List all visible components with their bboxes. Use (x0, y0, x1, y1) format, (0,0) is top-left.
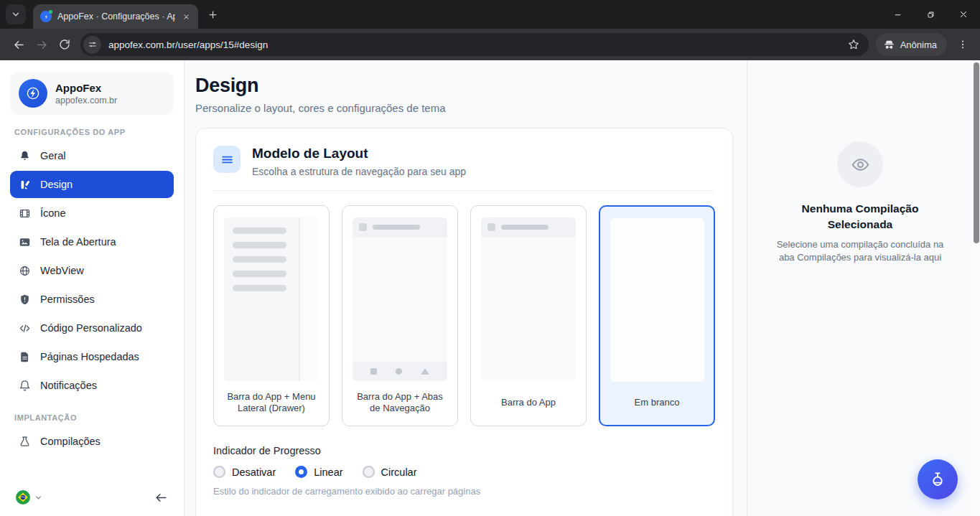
chevron-down-icon (11, 9, 21, 19)
kebab-menu-icon (957, 39, 969, 50)
divider (213, 190, 715, 191)
build-fab-button[interactable] (918, 459, 958, 499)
tune-icon (88, 39, 98, 50)
sidebar-item-compilacoes[interactable]: Compilações (10, 428, 174, 455)
section-subtitle: Escolha a estrutura de navegação para se… (252, 166, 466, 177)
hamburger-menu-icon (213, 146, 241, 173)
sidebar-item-label: Geral (40, 150, 65, 161)
url-bar[interactable]: appofex.com.br/user/apps/15#design (80, 33, 869, 56)
radio-label: Desativar (232, 466, 276, 478)
radio-desativar[interactable]: Desativar (213, 466, 276, 478)
app-name: AppoFex (55, 82, 117, 94)
brazil-flag-icon (16, 490, 30, 505)
bell-outline-icon (18, 380, 31, 392)
appbar-layout-preview (481, 217, 576, 381)
forward-button[interactable] (30, 33, 53, 56)
reload-button[interactable] (53, 33, 76, 56)
scrollbar-thumb[interactable] (974, 62, 979, 243)
sidebar-item-label: WebView (40, 265, 84, 276)
progress-indicator-label: Indicador de Progresso (213, 445, 715, 456)
url-text[interactable]: appofex.com.br/user/apps/15#design (108, 39, 847, 50)
layout-option-label: Barra do App (481, 381, 576, 418)
radio-circular[interactable]: Circular (363, 466, 417, 478)
tab-close-button[interactable] (179, 10, 192, 23)
site-info-button[interactable] (83, 36, 101, 54)
radio-linear[interactable]: Linear (295, 466, 342, 478)
minimize-icon (893, 10, 902, 19)
app-domain: appofex.com.br (55, 95, 117, 105)
chevron-down-icon (34, 494, 42, 502)
sidebar-item-label: Notificações (40, 380, 97, 391)
sidebar-item-notificacoes[interactable]: Notificações (10, 372, 174, 399)
sidebar-item-label: Código Personalizado (40, 322, 142, 334)
plus-icon (207, 9, 218, 20)
sidebar: AppoFex appofex.com.br CONFIGURAÇÕES DO … (0, 60, 185, 516)
layout-option-label: Barra do App + Menu Lateral (Drawer) (224, 381, 319, 418)
bell-filled-icon (18, 150, 31, 162)
layout-option-appbar[interactable]: Barra do App (470, 205, 587, 426)
sidebar-item-label: Tela de Abertura (40, 236, 116, 248)
radio-circle-checked-icon[interactable] (295, 466, 307, 478)
browser-toolbar: appofex.com.br/user/apps/15#design Anôni… (0, 29, 980, 60)
tab-search-button[interactable] (6, 4, 26, 24)
browser-tab[interactable]: AppoFex · Configurações · Appo (33, 4, 198, 29)
sidebar-item-label: Páginas Hospedadas (40, 351, 139, 362)
incognito-label: Anônima (900, 39, 937, 50)
collapse-sidebar-button[interactable] (154, 491, 168, 505)
tab-strip: AppoFex · Configurações · Appo (0, 0, 980, 29)
appofex-favicon-icon (40, 11, 52, 22)
sidebar-item-icone[interactable]: Ícone (10, 200, 174, 227)
browser-chrome: AppoFex · Configurações · Appo (0, 0, 980, 60)
page-scrollbar[interactable] (973, 60, 980, 516)
blank-layout-preview (610, 218, 704, 382)
radio-circle-icon[interactable] (213, 466, 225, 478)
sidebar-section-label: CONFIGURAÇÕES DO APP (14, 128, 169, 136)
globe-icon (18, 265, 31, 277)
close-window-button[interactable] (947, 0, 980, 29)
tabs-layout-preview (353, 217, 447, 381)
forward-icon (35, 38, 49, 52)
shield-exclamation-icon (18, 294, 31, 306)
restore-icon (926, 10, 935, 19)
sidebar-item-paginas-hospedadas[interactable]: Páginas Hospedadas (10, 343, 174, 370)
sidebar-item-codigo-personalizado[interactable]: Código Personalizado (10, 314, 174, 342)
sidebar-item-design[interactable]: Design (10, 171, 174, 198)
flask-icon (928, 470, 947, 489)
radio-circle-icon[interactable] (363, 466, 375, 478)
appofex-logo-icon (19, 79, 47, 108)
drawer-layout-preview (224, 217, 319, 381)
back-button[interactable] (7, 33, 30, 56)
layout-option-tabs[interactable]: Barra do App + Abas de Navegação (342, 205, 458, 426)
new-tab-button[interactable] (202, 4, 223, 24)
sidebar-item-webview[interactable]: WebView (10, 257, 174, 284)
radio-label: Linear (314, 466, 342, 478)
tab-title: AppoFex · Configurações · Appo (57, 11, 175, 22)
app-brand-card[interactable]: AppoFex appofex.com.br (10, 72, 174, 115)
star-icon[interactable] (847, 38, 860, 51)
sidebar-item-permissoes[interactable]: Permissões (10, 286, 174, 313)
minimize-button[interactable] (881, 0, 914, 29)
sidebar-item-label: Ícone (40, 207, 65, 219)
incognito-icon (883, 39, 895, 51)
layout-option-drawer[interactable]: Barra do App + Menu Lateral (Drawer) (213, 205, 330, 426)
language-selector[interactable] (16, 490, 42, 505)
document-icon (18, 351, 31, 363)
layout-option-label: Em branco (610, 382, 704, 418)
image-icon (18, 236, 31, 248)
sidebar-item-geral[interactable]: Geral (10, 142, 174, 169)
browser-menu-button[interactable] (953, 34, 973, 55)
layout-options: Barra do App + Menu Lateral (Drawer) Bar… (213, 205, 715, 426)
restore-button[interactable] (914, 0, 947, 29)
window-controls (881, 0, 980, 29)
preview-panel-description: Selecione uma compilação concluída na ab… (770, 238, 950, 263)
sidebar-item-tela-de-abertura[interactable]: Tela de Abertura (10, 228, 174, 255)
eye-icon (837, 141, 883, 187)
design-brush-icon (18, 179, 31, 191)
sidebar-item-label: Compilações (40, 436, 101, 447)
progress-indicator-help: Estilo do indicador de carregamento exib… (213, 486, 715, 497)
layout-option-blank[interactable]: Em branco (599, 205, 715, 426)
sidebar-item-label: Design (40, 179, 73, 190)
code-icon (18, 322, 31, 334)
film-frame-icon (18, 207, 31, 220)
incognito-badge[interactable]: Anônima (876, 33, 947, 56)
